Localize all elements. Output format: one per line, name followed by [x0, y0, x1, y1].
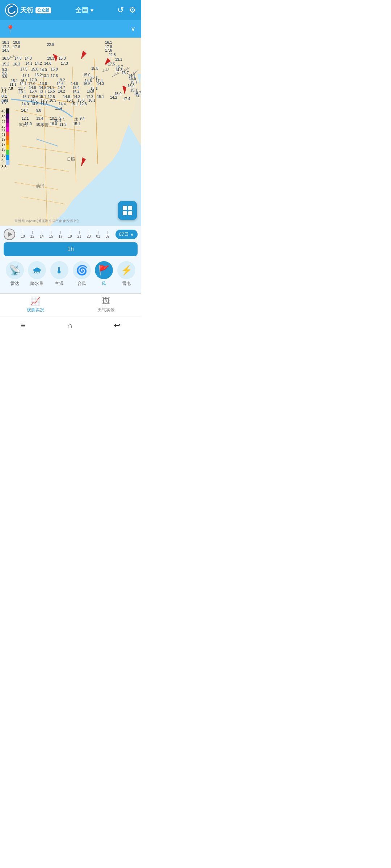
layer-typhoon-label: 台风 [77, 281, 86, 287]
tick-15[interactable]: 15 [46, 231, 56, 238]
region-selector[interactable]: 全国 ▾ [75, 6, 93, 14]
timeline-section: 10 12 14 15 17 19 21 23 01 02 04 06 08 1… [0, 226, 141, 293]
svg-text:日照: 日照 [67, 157, 75, 161]
interval-label: 1h [67, 246, 74, 252]
tick-04[interactable]: 04 [112, 231, 113, 238]
home-icon[interactable]: ⌂ [67, 321, 72, 330]
temp-icon: 🌡 [55, 265, 64, 276]
location-chevron-icon: ∨ [131, 25, 135, 33]
layer-wind-icon-wrap: 🚩 [95, 261, 113, 279]
date-badge[interactable]: 07日 ∨ [115, 230, 138, 239]
interval-button[interactable]: 1h [4, 242, 138, 256]
location-bar[interactable]: 📍 ∨ [0, 20, 141, 38]
tick-01[interactable]: 01 [93, 231, 103, 238]
map-svg: 滨州 东营 临沂 日照 线 [0, 38, 141, 226]
layer-thunder[interactable]: ⚡ 雷电 [116, 261, 136, 287]
map-area[interactable]: 滨州 东营 临沂 日照 线 [0, 38, 141, 226]
layer-wind[interactable]: 🚩 风 [94, 261, 114, 287]
layer-temp-icon-wrap: 🌡 [50, 261, 68, 279]
grid-icon [123, 206, 132, 215]
system-nav: ≡ ⌂ ↩ [0, 316, 141, 335]
tick-14[interactable]: 14 [37, 231, 46, 238]
region-label: 全国 [75, 6, 88, 14]
observation-tab-icon: 📈 [30, 297, 40, 306]
tick-23[interactable]: 23 [84, 231, 93, 238]
svg-text:线: 线 [74, 117, 78, 122]
tab-observation[interactable]: 📈 观测实况 [0, 297, 71, 313]
tick-12[interactable]: 12 [28, 231, 37, 238]
svg-text:东营: 东营 [41, 123, 49, 127]
legend [6, 108, 9, 165]
settings-icon[interactable]: ⚙ [129, 5, 136, 15]
tick-19[interactable]: 19 [65, 231, 75, 238]
layer-temp-label: 气温 [55, 281, 64, 287]
play-icon [8, 232, 12, 237]
back-icon[interactable]: ↩ [114, 321, 120, 330]
layer-selector: 📡 雷达 🌧 降水量 🌡 气温 🌀 台风 🚩 风 [4, 258, 138, 291]
nav-right: ↺ ⚙ [117, 5, 136, 15]
layer-radar-icon-wrap: 📡 [6, 261, 24, 279]
tick-02[interactable]: 02 [103, 231, 112, 238]
version-badge: 公众版 [35, 7, 51, 13]
layer-radar[interactable]: 📡 雷达 [5, 261, 25, 287]
scenery-tab-icon: 🖼 [102, 297, 110, 306]
layer-thunder-icon-wrap: ⚡ [117, 261, 135, 279]
refresh-icon[interactable]: ↺ [117, 5, 124, 15]
copyright-text: 审图号GS(2019)通辽港·中国气象·象探测中心 [14, 219, 79, 224]
bottom-tabs: 📈 观测实况 🖼 天气实景 [0, 293, 141, 316]
date-chevron-icon: ∨ [130, 232, 134, 237]
play-button[interactable] [4, 229, 15, 240]
grid-view-button[interactable] [118, 201, 137, 220]
layer-temp[interactable]: 🌡 气温 [49, 261, 70, 287]
nav-left: 天衍 公众版 [5, 4, 51, 17]
layer-radar-label: 雷达 [10, 281, 19, 287]
rain-icon: 🌧 [32, 265, 42, 276]
app-name: 天衍 [20, 6, 33, 14]
tick-21[interactable]: 21 [75, 231, 84, 238]
top-nav: 天衍 公众版 全国 ▾ ↺ ⚙ [0, 0, 141, 20]
timeline-scroll[interactable]: 10 12 14 15 17 19 21 23 01 02 04 06 08 1… [18, 231, 113, 238]
layer-typhoon[interactable]: 🌀 台风 [72, 261, 92, 287]
tick-10[interactable]: 10 [18, 231, 28, 238]
timeline-row: 10 12 14 15 17 19 21 23 01 02 04 06 08 1… [4, 229, 138, 240]
layer-rain-icon-wrap: 🌧 [28, 261, 46, 279]
thunder-icon: ⚡ [121, 265, 132, 276]
observation-tab-label: 观测实况 [27, 307, 44, 313]
scenery-tab-label: 天气实景 [97, 307, 115, 313]
tab-scenery[interactable]: 🖼 天气实景 [71, 297, 141, 313]
location-pin-icon: 📍 [6, 25, 15, 33]
wind-icon: 🚩 [98, 265, 110, 276]
typhoon-icon: 🌀 [76, 265, 88, 276]
layer-rain-label: 降水量 [30, 281, 43, 287]
app-logo [5, 4, 18, 17]
svg-text:临沂: 临沂 [36, 184, 44, 188]
svg-text:滨州: 滨州 [19, 123, 27, 127]
chevron-down-icon: ▾ [91, 7, 93, 14]
layer-typhoon-icon-wrap: 🌀 [73, 261, 91, 279]
layer-wind-label: 风 [102, 281, 106, 287]
menu-icon[interactable]: ≡ [21, 321, 26, 330]
radar-icon: 📡 [9, 265, 21, 276]
date-label: 07日 [119, 231, 129, 238]
timeline-ticks: 10 12 14 15 17 19 21 23 01 02 04 06 08 1… [18, 231, 113, 238]
layer-thunder-label: 雷电 [122, 281, 131, 287]
tick-17[interactable]: 17 [56, 231, 65, 238]
layer-rain[interactable]: 🌧 降水量 [27, 261, 47, 287]
